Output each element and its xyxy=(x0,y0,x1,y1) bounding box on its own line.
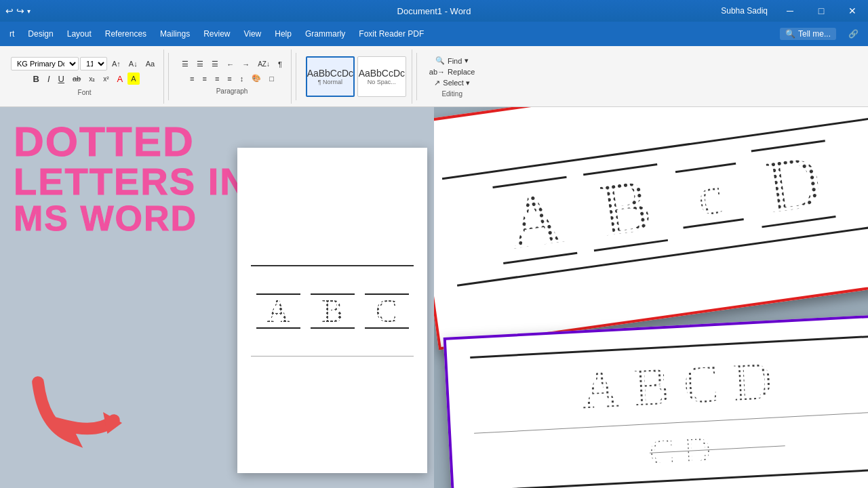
ribbon: KG Primary Do 11 A↑ A↓ Aa B I U ab x₂ x²… xyxy=(0,46,868,107)
clear-format-button[interactable]: Aa xyxy=(142,58,158,70)
shrink-font-button[interactable]: A↓ xyxy=(125,58,141,70)
editing-group: 🔍 Find ▾ ab→ Replace ↗ Select ▾ Editing xyxy=(421,49,484,104)
style-normal-label: ¶ Normal xyxy=(318,79,342,85)
menu-item-mailings[interactable]: Mailings xyxy=(153,26,197,41)
letter-B: B xyxy=(321,295,343,327)
borders-button[interactable]: □ xyxy=(266,73,277,85)
menu-item-foxit[interactable]: Foxit Reader PDF xyxy=(352,26,431,41)
paragraph-group: ☰ ☰ ☰ ← → AZ↓ ¶ ≡ ≡ ≡ ≡ ↕ 🎨 □ Paragraph xyxy=(173,49,292,104)
search-icon: 🔍 xyxy=(785,29,795,39)
arrow-icon xyxy=(27,350,136,458)
italic-button[interactable]: I xyxy=(44,72,54,86)
doc-card-top: A B c D xyxy=(434,107,868,350)
style-no-space[interactable]: AaBbCcDc No Spac... xyxy=(357,56,406,97)
card1-letter-D: D xyxy=(762,143,826,224)
justify-button[interactable]: ≡ xyxy=(224,73,235,85)
doc-card-bottom: A B C D C D xyxy=(443,313,868,488)
card1-letter-B: B xyxy=(596,167,656,247)
menu-item-view[interactable]: View xyxy=(237,26,268,41)
highlight-button[interactable]: A xyxy=(127,73,139,85)
card1-letter-c: c xyxy=(694,167,726,224)
card2-letter-A: A xyxy=(580,361,622,417)
align-row: ≡ ≡ ≡ ≡ ↕ 🎨 □ xyxy=(186,72,277,85)
strikethrough-button[interactable]: ab xyxy=(69,73,84,85)
font-color-button[interactable]: A xyxy=(114,72,127,86)
select-button[interactable]: ↗ Select ▾ xyxy=(431,77,473,89)
menu-item-review[interactable]: Review xyxy=(197,26,237,41)
replace-button[interactable]: ab→ Replace xyxy=(427,66,478,77)
menu-item-references[interactable]: References xyxy=(98,26,153,41)
ribbon-separator-3 xyxy=(416,53,417,100)
numbering-button[interactable]: ☰ xyxy=(193,58,207,70)
letter-C: C xyxy=(376,295,397,327)
letter-C-container: C xyxy=(366,293,407,329)
font-group-label: Font xyxy=(78,89,92,96)
style-nospace-preview: AaBbCcDc xyxy=(359,68,405,79)
redo-icon[interactable]: ↪ xyxy=(16,5,24,16)
grow-font-button[interactable]: A↑ xyxy=(108,58,124,70)
menu-item-design[interactable]: Design xyxy=(21,26,60,41)
underline-button[interactable]: U xyxy=(55,72,68,86)
document-title: Document1 - Word xyxy=(397,6,471,16)
card2-letter-B: B xyxy=(632,359,671,415)
show-hide-button[interactable]: ¶ xyxy=(275,58,285,70)
style-nospace-label: No Spac... xyxy=(368,79,396,85)
undo-redo-group: ↩ ↪ ▾ xyxy=(0,0,36,22)
letter-A: A xyxy=(267,295,290,327)
superscript-button[interactable]: x² xyxy=(100,73,112,85)
replace-label: Replace xyxy=(448,68,475,76)
subscript-button[interactable]: x₂ xyxy=(85,73,98,85)
restore-button[interactable]: □ xyxy=(806,0,837,22)
find-icon: 🔍 xyxy=(435,56,445,65)
card2-letter-C: C xyxy=(682,356,721,412)
letter-A-container: A xyxy=(258,293,298,329)
font-group: KG Primary Do 11 A↑ A↓ Aa B I U ab x₂ x²… xyxy=(5,49,164,104)
align-right-button[interactable]: ≡ xyxy=(212,73,222,85)
card1-letter-A: A xyxy=(503,180,567,261)
menu-item-help[interactable]: Help xyxy=(268,26,298,41)
indent-dec-button[interactable]: ← xyxy=(223,58,237,70)
font-size-selector[interactable]: 11 xyxy=(80,57,107,70)
find-dropdown-icon: ▾ xyxy=(465,56,469,65)
letter-A-bottom-line xyxy=(256,327,300,329)
menu-item-rt[interactable]: rt xyxy=(3,26,21,41)
bold-button[interactable]: B xyxy=(30,72,43,86)
card2-letter-D: D xyxy=(732,353,774,409)
close-button[interactable]: ✕ xyxy=(837,0,868,22)
style-normal[interactable]: AaBbCcDc ¶ Normal xyxy=(306,56,355,97)
ribbon-separator-2 xyxy=(296,53,296,100)
bullets-button[interactable]: ☰ xyxy=(178,58,192,70)
minimize-button[interactable]: ─ xyxy=(774,0,806,22)
font-name-selector[interactable]: KG Primary Do xyxy=(11,57,79,70)
align-left-button[interactable]: ≡ xyxy=(186,73,197,85)
tell-me-search[interactable]: 🔍 Tell me... xyxy=(780,28,836,40)
quick-access-more[interactable]: ▾ xyxy=(27,7,31,15)
align-center-button[interactable]: ≡ xyxy=(199,73,210,85)
titlebar: ↩ ↪ ▾ Document1 - Word Subha Sadiq ─ □ ✕ xyxy=(0,0,868,22)
indent-inc-button[interactable]: → xyxy=(239,58,253,70)
find-label: Find xyxy=(448,57,462,65)
ribbon-separator-1 xyxy=(168,53,169,100)
letter-B-bottom-line xyxy=(311,327,355,329)
letter-B-container: B xyxy=(312,293,353,329)
sort-button[interactable]: AZ↓ xyxy=(254,58,273,70)
shading-button[interactable]: 🎨 xyxy=(248,72,264,85)
share-button[interactable]: 🔗 xyxy=(842,26,865,41)
left-panel: DOTTED LETTERS IN MS WORD A xyxy=(0,107,434,488)
multilevel-button[interactable]: ☰ xyxy=(208,58,222,70)
undo-icon[interactable]: ↩ xyxy=(5,5,14,16)
select-label: Select ▾ xyxy=(443,79,470,87)
menu-bar: rt Design Layout References Mailings Rev… xyxy=(0,22,868,46)
font-selectors-row: KG Primary Do 11 A↑ A↓ Aa xyxy=(11,57,158,70)
arrow-container xyxy=(27,350,136,461)
main-content: DOTTED LETTERS IN MS WORD A xyxy=(0,107,868,488)
editing-group-label: Editing xyxy=(441,90,462,98)
right-panel: A B c D xyxy=(434,107,868,488)
tutorial-line3: MS WORD xyxy=(14,201,249,236)
menu-item-grammarly[interactable]: Grammarly xyxy=(298,26,352,41)
line-spacing-button[interactable]: ↕ xyxy=(237,73,248,85)
menu-item-layout[interactable]: Layout xyxy=(60,26,98,41)
font-format-row: B I U ab x₂ x² A A xyxy=(30,72,140,86)
user-name: Subha Sadiq xyxy=(714,0,774,22)
find-button[interactable]: 🔍 Find ▾ xyxy=(433,55,471,66)
